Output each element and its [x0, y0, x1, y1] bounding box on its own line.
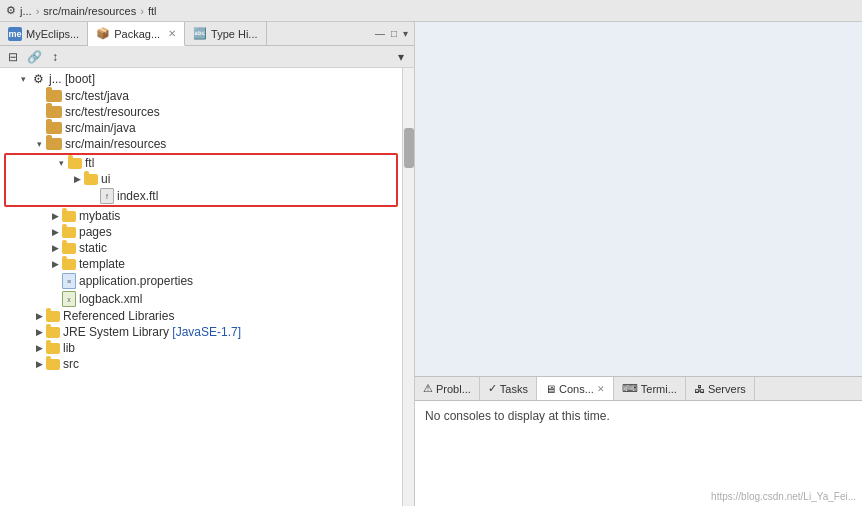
tab-terminal[interactable]: ⌨ Termi... — [614, 377, 686, 400]
folder-mybatis-icon — [62, 211, 76, 222]
breadcrumb-icon: ⚙ — [6, 4, 16, 17]
dropdown-button[interactable]: ▾ — [401, 27, 410, 40]
tab-servers-label: Servers — [708, 383, 746, 395]
console-icon: 🖥 — [545, 383, 556, 395]
right-panel: ⚠ Probl... ✓ Tasks 🖥 Cons... ✕ ⌨ Termi..… — [415, 22, 862, 506]
tree-item-src-test-resources[interactable]: src/test/resources — [0, 104, 402, 120]
src-arrow: ▶ — [32, 357, 46, 371]
tree-item-src[interactable]: ▶ src — [0, 356, 402, 372]
project-icon: ⚙ — [30, 71, 46, 87]
collapse-all-button[interactable]: ⊟ — [4, 48, 22, 66]
tree-item-app-properties[interactable]: ≡ application.properties — [0, 272, 402, 290]
mybatis-label: mybatis — [79, 209, 120, 223]
tab-spacer — [267, 22, 369, 45]
scrollbar-thumb[interactable] — [404, 128, 414, 168]
tab-console[interactable]: 🖥 Cons... ✕ — [537, 377, 614, 400]
tree-item-static[interactable]: ▶ static — [0, 240, 402, 256]
tree-item-mybatis[interactable]: ▶ mybatis — [0, 208, 402, 224]
tree-item-src-main-java[interactable]: src/main/java — [0, 120, 402, 136]
tab-servers[interactable]: 🖧 Servers — [686, 377, 755, 400]
tab-tasks[interactable]: ✓ Tasks — [480, 377, 537, 400]
src-label: src — [63, 357, 79, 371]
folder-static-icon — [62, 243, 76, 254]
sync-button[interactable]: ↕ — [46, 48, 64, 66]
tab-tasks-label: Tasks — [500, 383, 528, 395]
tree-scrollbar[interactable] — [402, 68, 414, 506]
src-main-resources-arrow: ▾ — [32, 137, 46, 151]
tree-item-ftl[interactable]: ▾ ftl — [6, 155, 396, 171]
ui-label: ui — [101, 172, 110, 186]
lib-arrow: ▶ — [32, 341, 46, 355]
jre-arrow: ▶ — [32, 325, 46, 339]
type-icon: 🔤 — [193, 27, 207, 40]
folder-reflib-icon — [46, 311, 60, 322]
ref-libs-label: Referenced Libraries — [63, 309, 174, 323]
src-main-resources-label: src/main/resources — [65, 137, 166, 151]
pkg-icon: 📦 — [96, 27, 110, 40]
folder-src-icon — [46, 138, 62, 150]
left-panel: me MyEclips... 📦 Packag... ✕ 🔤 Type Hi..… — [0, 22, 415, 506]
tab-console-label: Cons... — [559, 383, 594, 395]
main-area: me MyEclips... 📦 Packag... ✕ 🔤 Type Hi..… — [0, 22, 862, 506]
tab-myeclipse-label: MyEclips... — [26, 28, 79, 40]
tree-item-referenced-libs[interactable]: ▶ Referenced Libraries — [0, 308, 402, 324]
breadcrumb-sep2: › — [140, 5, 144, 17]
file-ftl-icon: f — [100, 188, 114, 204]
file-xml-icon: x — [62, 291, 76, 307]
tree-root[interactable]: ▾ ⚙ j... [boot] — [0, 70, 402, 88]
folder-src-icon — [46, 90, 62, 102]
tab-type-label: Type Hi... — [211, 28, 257, 40]
tab-myeclipse[interactable]: me MyEclips... — [0, 22, 88, 45]
pages-arrow: ▶ — [48, 225, 62, 239]
bottom-panel: ⚠ Probl... ✓ Tasks 🖥 Cons... ✕ ⌨ Termi..… — [415, 376, 862, 506]
folder-src-icon — [46, 359, 60, 370]
root-arrow: ▾ — [16, 72, 30, 86]
tab-console-close[interactable]: ✕ — [597, 384, 605, 394]
static-label: static — [79, 241, 107, 255]
file-tree: ▾ ⚙ j... [boot] src/test/java src/test/r… — [0, 68, 402, 506]
bottom-tab-bar: ⚠ Probl... ✓ Tasks 🖥 Cons... ✕ ⌨ Termi..… — [415, 377, 862, 401]
folder-ui-icon — [84, 174, 98, 185]
highlight-region: ▾ ftl ▶ ui f index.ftl — [4, 153, 398, 207]
tab-problems[interactable]: ⚠ Probl... — [415, 377, 480, 400]
ftl-arrow: ▾ — [54, 156, 68, 170]
breadcrumb: ⚙ j... › src/main/resources › ftl — [0, 0, 862, 22]
tree-item-ui[interactable]: ▶ ui — [6, 171, 396, 187]
tree-item-pages[interactable]: ▶ pages — [0, 224, 402, 240]
lib-label: lib — [63, 341, 75, 355]
me-icon: me — [8, 27, 22, 41]
problems-icon: ⚠ — [423, 382, 433, 395]
tree-item-src-test-java[interactable]: src/test/java — [0, 88, 402, 104]
tab-package[interactable]: 📦 Packag... ✕ — [88, 22, 185, 46]
tab-controls: — □ ▾ — [369, 22, 414, 45]
breadcrumb-ftl: ftl — [148, 5, 157, 17]
console-message: No consoles to display at this time. — [425, 409, 610, 423]
servers-icon: 🖧 — [694, 383, 705, 395]
toolbar: ⊟ 🔗 ↕ ▾ — [0, 46, 414, 68]
editor-area — [415, 22, 862, 376]
app-properties-label: application.properties — [79, 274, 193, 288]
tree-item-lib[interactable]: ▶ lib — [0, 340, 402, 356]
tree-item-jre[interactable]: ▶ JRE System Library [JavaSE-1.7] — [0, 324, 402, 340]
breadcrumb-src: src/main/resources — [43, 5, 136, 17]
template-label: template — [79, 257, 125, 271]
tree-item-template[interactable]: ▶ template — [0, 256, 402, 272]
src-test-resources-label: src/test/resources — [65, 105, 160, 119]
folder-pages-icon — [62, 227, 76, 238]
tab-bar: me MyEclips... 📦 Packag... ✕ 🔤 Type Hi..… — [0, 22, 414, 46]
src-main-java-label: src/main/java — [65, 121, 136, 135]
tab-package-close[interactable]: ✕ — [168, 28, 176, 39]
maximize-button[interactable]: □ — [389, 27, 399, 40]
menu-button[interactable]: ▾ — [392, 48, 410, 66]
link-button[interactable]: 🔗 — [25, 48, 43, 66]
tree-item-logback[interactable]: x logback.xml — [0, 290, 402, 308]
src-test-java-label: src/test/java — [65, 89, 129, 103]
minimize-button[interactable]: — — [373, 27, 387, 40]
folder-jre-icon — [46, 327, 60, 338]
tree-item-src-main-resources[interactable]: ▾ src/main/resources — [0, 136, 402, 152]
tab-package-label: Packag... — [114, 28, 160, 40]
ref-libs-arrow: ▶ — [32, 309, 46, 323]
tab-typehierarchy[interactable]: 🔤 Type Hi... — [185, 22, 266, 45]
file-prop-icon: ≡ — [62, 273, 76, 289]
tree-item-index-ftl[interactable]: f index.ftl — [6, 187, 396, 205]
